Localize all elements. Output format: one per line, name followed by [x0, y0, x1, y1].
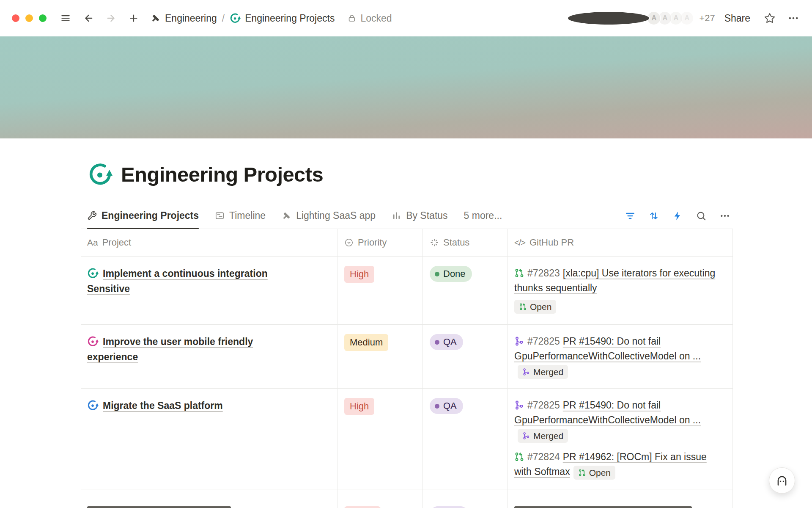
page-cover-image [0, 36, 812, 138]
locked-toggle[interactable]: Locked [347, 13, 392, 24]
project-title-link[interactable]: Migrate the SaaS platform [103, 400, 223, 411]
avatar-stack[interactable]: A A A A [567, 11, 694, 25]
tab-label: Engineering Projects [102, 210, 199, 221]
pr-state-badge[interactable]: Open [573, 466, 615, 480]
column-header-github-pr[interactable]: </> GitHub PR [508, 229, 733, 256]
github-pr-cell[interactable]: #72825PR #15490: Do not fail GpuPerforma… [508, 389, 733, 489]
status-badge[interactable]: Done [430, 266, 472, 282]
sidebar-menu-button[interactable] [60, 13, 71, 24]
priority-badge[interactable]: High [344, 266, 374, 283]
page-title-row: Engineering Projects [81, 162, 812, 187]
pr-number: #72825 [527, 400, 560, 411]
wrench-icon [87, 211, 97, 221]
tab-lighting-saas-app[interactable]: Lighting SaaS app [282, 203, 376, 229]
page-title[interactable]: Engineering Projects [121, 163, 323, 186]
minimize-window-button[interactable] [25, 14, 33, 22]
github-pr-cell[interactable] [508, 489, 733, 508]
status-badge[interactable]: QA [430, 334, 463, 350]
tab-label: By Status [406, 210, 447, 221]
priority-badge[interactable]: Medium [344, 334, 388, 351]
traffic-lights [12, 14, 47, 22]
back-arrow-icon [83, 13, 94, 24]
breadcrumb-root[interactable]: Engineering [151, 13, 217, 24]
priority-badge[interactable]: High [344, 398, 374, 415]
status-cell[interactable]: Done [423, 257, 508, 324]
new-tab-button[interactable] [129, 13, 139, 23]
column-header-status[interactable]: Status [423, 229, 508, 256]
automations-button[interactable] [672, 210, 683, 221]
project-cell[interactable]: Implement a continuous integration Sensi… [81, 257, 337, 324]
page-swirl-icon-large[interactable] [88, 162, 112, 187]
github-pr-cell[interactable]: #72825PR #15490: Do not fail GpuPerforma… [508, 325, 733, 388]
status-cell[interactable] [423, 489, 508, 508]
close-window-button[interactable] [12, 14, 19, 22]
pr-number: #72825 [527, 336, 560, 347]
pull-request-icon [514, 452, 524, 462]
select-property-icon [344, 238, 354, 247]
project-swirl-icon [87, 336, 99, 347]
priority-cell[interactable]: High [337, 257, 423, 324]
merge-icon [522, 432, 530, 440]
more-views-button[interactable]: 5 more... [464, 203, 502, 229]
priority-cell[interactable]: High [337, 389, 423, 489]
avatar-letter: A [662, 14, 667, 22]
project-cell[interactable] [81, 489, 337, 508]
status-cell[interactable]: QA [423, 389, 508, 489]
avatar[interactable] [567, 11, 650, 25]
github-pr-cell[interactable]: #72823[xla:cpu] Use iterators for execut… [508, 257, 733, 324]
share-button[interactable]: Share [724, 13, 750, 24]
priority-cell[interactable]: Medium [337, 325, 423, 388]
clipped-text [514, 506, 692, 508]
more-options-button[interactable] [787, 12, 799, 24]
avatar-letter: A [684, 14, 689, 22]
forward-arrow-icon [106, 13, 117, 24]
plus-icon [129, 13, 139, 23]
view-options-button[interactable] [719, 210, 730, 221]
project-swirl-icon [87, 400, 99, 411]
back-button[interactable] [83, 13, 94, 24]
project-cell[interactable]: Improve the user mobile friendly experie… [81, 325, 337, 388]
status-property-icon [430, 238, 439, 247]
tab-engineering-projects[interactable]: Engineering Projects [87, 203, 199, 229]
project-title-link[interactable]: Implement a continuous integration Sensi… [87, 268, 268, 294]
breadcrumb-page[interactable]: Engineering Projects [230, 13, 335, 24]
github-pr-entry: #72825PR #15490: Do not fail GpuPerforma… [514, 398, 721, 443]
pr-number: #72824 [527, 451, 560, 462]
tab-timeline[interactable]: Timeline [215, 203, 266, 229]
column-header-priority[interactable]: Priority [337, 229, 423, 256]
pull-request-icon [519, 303, 527, 311]
priority-cell[interactable] [337, 489, 423, 508]
ellipsis-icon [787, 12, 799, 24]
notion-ai-button[interactable] [769, 467, 795, 494]
database-table: Aa Project Priority Status </> GitHub PR [81, 229, 733, 508]
filter-button[interactable] [625, 210, 636, 221]
project-cell[interactable]: Migrate the SaaS platform [81, 389, 337, 489]
pr-state-badge[interactable]: Merged [518, 365, 568, 379]
project-swirl-icon [87, 268, 99, 279]
tab-by-status[interactable]: By Status [392, 203, 447, 229]
column-header-project[interactable]: Aa Project [81, 229, 337, 256]
project-title-link[interactable]: Improve the user mobile friendly experie… [87, 336, 253, 362]
avatar-overflow-count[interactable]: +27 [699, 13, 715, 24]
favorite-button[interactable] [764, 12, 776, 24]
clipped-text [87, 506, 231, 508]
lightning-icon [672, 210, 683, 221]
filter-icon [625, 210, 636, 221]
pr-state-label: Merged [533, 367, 563, 376]
search-icon [696, 210, 707, 221]
status-dot [435, 272, 439, 276]
merge-icon [514, 400, 524, 410]
page-swirl-icon [230, 13, 241, 24]
breadcrumb-page-label: Engineering Projects [245, 13, 335, 24]
column-label: Status [443, 237, 469, 248]
table-row: Improve the user mobile friendly experie… [81, 325, 733, 389]
avatar-letter: A [651, 14, 656, 22]
search-button[interactable] [696, 210, 707, 221]
status-badge[interactable]: QA [430, 398, 463, 414]
zoom-window-button[interactable] [39, 14, 47, 22]
pr-state-badge[interactable]: Merged [518, 429, 568, 443]
sort-button[interactable] [648, 210, 659, 221]
forward-button[interactable] [106, 13, 117, 24]
pr-state-badge[interactable]: Open [514, 300, 556, 314]
status-cell[interactable]: QA [423, 325, 508, 388]
